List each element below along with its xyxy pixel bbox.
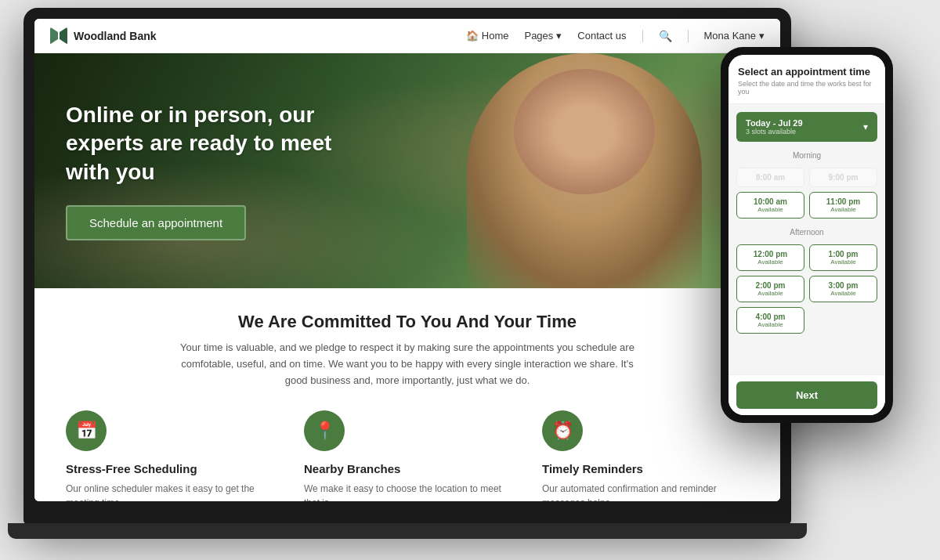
date-selector[interactable]: Today - Jul 29 3 slots available ▾ (736, 112, 877, 142)
next-button[interactable]: Next (736, 381, 877, 409)
time-slot-300-time: 3:00 pm (816, 281, 870, 290)
time-slot-200[interactable]: 2:00 pm Available (736, 276, 804, 302)
feature-reminders-title: Timely Reminders (542, 462, 749, 475)
nav-divider-2 (688, 30, 689, 42)
phone-body[interactable]: Today - Jul 29 3 slots available ▾ Morni… (728, 104, 885, 374)
feature-scheduling-desc: Our online scheduler makes it easy to ge… (66, 482, 273, 501)
nav-home[interactable]: 🏠 Home (466, 30, 509, 42)
morning-label: Morning (736, 151, 877, 160)
home-icon: 🏠 (466, 30, 479, 42)
feature-reminders-desc: Our automated confirmation and reminder … (542, 482, 749, 501)
hero-content: Online or in person, our experts are rea… (34, 101, 410, 240)
time-slot-800-time: 8:00 am (743, 173, 797, 182)
time-slot-400[interactable]: 4:00 pm Available (736, 307, 804, 334)
hero-title: Online or in person, our experts are rea… (66, 101, 379, 186)
time-slot-300[interactable]: 3:00 pm Available (809, 276, 877, 302)
user-menu[interactable]: Mona Kane ▾ (704, 30, 765, 42)
phone-screen: Select an appointment time Select the da… (728, 55, 885, 415)
search-icon[interactable]: 🔍 (659, 30, 672, 42)
date-label: Today - Jul 29 (746, 118, 803, 128)
navbar: Woodland Bank 🏠 Home Pages ▾ Contact us … (34, 19, 780, 53)
time-slot-1200-status: Available (743, 258, 797, 266)
nav-contact[interactable]: Contact us (577, 30, 626, 42)
content-section: We Are Committed To You And Your Time Yo… (34, 288, 780, 501)
nav-links: 🏠 Home Pages ▾ Contact us 🔍 Mona Kane (466, 30, 765, 42)
time-slot-400-status: Available (743, 321, 797, 328)
scheduling-icon: 📅 (66, 410, 107, 451)
phone-subtitle: Select the date and time the works best … (738, 80, 876, 96)
hero-section: Online or in person, our experts are rea… (34, 53, 780, 288)
nav-pages[interactable]: Pages ▾ (524, 30, 562, 42)
chevron-down-icon: ▾ (863, 121, 868, 132)
logo-mark (50, 27, 67, 45)
logo-icon-right (60, 27, 67, 45)
phone-frame: Select an appointment time Select the da… (721, 47, 893, 423)
scene: Woodland Bank 🏠 Home Pages ▾ Contact us … (0, 0, 940, 560)
section-description: Your time is valuable, and we pledge to … (172, 340, 642, 388)
afternoon-label: Afternoon (736, 228, 877, 237)
hero-person-silhouette (467, 53, 702, 288)
time-slot-1000[interactable]: 10:00 am Available (736, 192, 804, 219)
features-list: 📅 Stress-Free Scheduling Our online sche… (66, 410, 749, 501)
time-slot-1100-status: Available (816, 206, 870, 213)
feature-scheduling-title: Stress-Free Scheduling (66, 462, 273, 475)
reminders-icon: ⏰ (542, 410, 583, 451)
time-slot-300-status: Available (816, 290, 870, 297)
feature-reminders: ⏰ Timely Reminders Our automated confirm… (542, 410, 749, 501)
laptop-frame: Woodland Bank 🏠 Home Pages ▾ Contact us … (24, 8, 791, 525)
feature-branches: 📍 Nearby Branches We make it easy to cho… (304, 410, 511, 501)
time-slot-100[interactable]: 1:00 pm Available (809, 244, 877, 271)
morning-time-grid: 8:00 am 9:00 pm 10:00 am Available 11:00… (736, 168, 877, 219)
schedule-appointment-button[interactable]: Schedule an appointment (66, 205, 246, 240)
time-slot-1100-time: 11:00 pm (816, 197, 870, 206)
logo-icon-left (50, 27, 58, 45)
date-selector-content: Today - Jul 29 3 slots available (746, 118, 803, 135)
chevron-down-icon: ▾ (556, 30, 562, 42)
time-slot-100-time: 1:00 pm (816, 250, 870, 258)
logo-text: Woodland Bank (74, 30, 157, 42)
time-slot-900-time: 9:00 pm (816, 173, 870, 182)
time-slot-100-status: Available (816, 258, 870, 266)
laptop-base (8, 523, 807, 539)
time-slot-200-status: Available (743, 290, 797, 297)
branches-icon: 📍 (304, 410, 345, 451)
time-slot-200-time: 2:00 pm (743, 281, 797, 290)
feature-branches-title: Nearby Branches (304, 462, 511, 475)
time-slot-800[interactable]: 8:00 am (736, 168, 804, 187)
date-slots: 3 slots available (746, 128, 803, 135)
section-title: We Are Committed To You And Your Time (66, 312, 749, 332)
phone-footer: Next (728, 374, 885, 415)
user-chevron-icon: ▾ (759, 30, 765, 42)
time-slot-1000-status: Available (743, 206, 797, 213)
time-slot-900[interactable]: 9:00 pm (809, 168, 877, 187)
feature-scheduling: 📅 Stress-Free Scheduling Our online sche… (66, 410, 273, 501)
nav-divider (642, 30, 643, 42)
phone-title: Select an appointment time (738, 66, 876, 78)
time-slot-400-time: 4:00 pm (743, 313, 797, 321)
laptop-screen: Woodland Bank 🏠 Home Pages ▾ Contact us … (34, 19, 780, 501)
phone-header: Select an appointment time Select the da… (728, 55, 885, 104)
time-slot-1000-time: 10:00 am (743, 197, 797, 206)
time-slot-1200-time: 12:00 pm (743, 250, 797, 258)
feature-branches-desc: We make it easy to choose the location t… (304, 482, 511, 501)
time-slot-1100[interactable]: 11:00 pm Available (809, 192, 877, 219)
afternoon-time-grid: 12:00 pm Available 1:00 pm Available 2:0… (736, 244, 877, 334)
time-slot-1200[interactable]: 12:00 pm Available (736, 244, 804, 271)
